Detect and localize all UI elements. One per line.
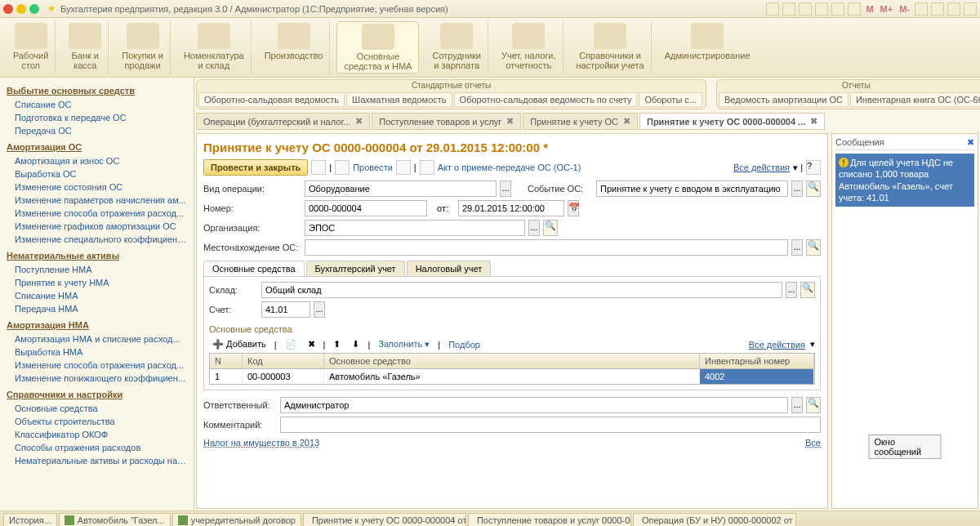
min-icon[interactable] [931,2,944,16]
cell-name[interactable]: Автомобиль «Газель» [324,369,700,384]
date-picker-icon[interactable]: 📅 [568,200,579,216]
all-link[interactable]: Все [805,438,821,448]
location-search[interactable]: 🔍 [806,239,821,256]
comment-input[interactable] [280,417,821,433]
date-input[interactable] [458,200,564,216]
section-1[interactable]: Банк икасса [62,21,109,74]
sidebar-group[interactable]: Амортизация ОС [7,142,187,152]
warehouse-ddl[interactable]: ... [786,282,797,298]
doc-tab[interactable]: Принятие к учету ОС✖ [523,113,638,130]
tb-icon-1[interactable] [766,2,779,16]
post-link[interactable]: Провести [353,163,393,172]
sidebar-item[interactable]: Подготовка к передаче ОС [3,111,190,124]
m-btn[interactable]: M [864,4,875,14]
tb-icon-4[interactable] [815,2,828,16]
move-down-icon[interactable]: ⬇ [349,337,363,351]
grid-all-actions[interactable]: Все действия [749,340,805,350]
report-item[interactable]: Шахматная ведомость [346,92,452,107]
doc-tab[interactable]: Принятие к учету ОС 0000-000004 ...✖ [639,113,825,130]
org-ddl[interactable]: ... [528,220,540,236]
print-icon[interactable] [420,160,434,175]
favorite-icon[interactable]: ★ [47,3,56,14]
tab-close-icon[interactable]: ✖ [623,116,630,127]
sidebar-group[interactable]: Выбытие основных средств [7,86,187,96]
move-up-icon[interactable]: ⬆ [330,337,344,351]
section-3[interactable]: Номенклатураи склад [177,21,252,74]
op-type-ddl[interactable]: ... [500,181,511,197]
sidebar-item[interactable]: Объекты строительства [3,415,190,428]
tb-icon-3[interactable] [799,2,812,16]
tb-icon-6[interactable] [848,2,861,16]
number-input[interactable] [305,200,427,216]
taskbar-item[interactable]: учередительный договор [172,513,301,526]
sidebar-item[interactable]: Основные средства [3,402,190,415]
doc-tab[interactable]: Поступление товаров и услуг✖ [372,113,521,130]
warehouse-input[interactable] [261,282,782,298]
sidebar-item[interactable]: Изменение способа отражения расход... [3,359,190,372]
sidebar-item[interactable]: Выработка НМА [3,345,190,359]
sidebar-item[interactable]: Амортизация и износ ОС [3,154,190,167]
sidebar-item[interactable]: Передача ОС [3,124,190,137]
sidebar-item[interactable]: Изменение понижающего коэффициен... [3,372,190,385]
window-max-dot[interactable] [29,4,39,14]
sub-tab[interactable]: Бухгалтерский учет [306,261,405,276]
taskbar-item[interactable]: История... [3,513,57,526]
sidebar-item[interactable]: Изменение специального коэффициент... [3,233,190,246]
report-item[interactable]: Ведомость амортизации ОС [719,92,849,107]
doc-tab[interactable]: Операции (бухгалтерский и налог...✖ [196,113,370,130]
fill-button[interactable]: Заполнить ▾ [375,337,433,351]
tb-icon-2[interactable] [782,2,795,16]
sidebar-item[interactable]: Изменение состояния ОС [3,181,190,194]
save-icon[interactable] [311,160,326,175]
sidebar-item[interactable]: Передача НМА [3,302,190,315]
sidebar-item[interactable]: Изменение параметров начисления ам... [3,194,190,207]
taskbar-item[interactable]: Операция (БУ и НУ) 0000-000002 от 28.01.… [633,513,796,526]
sidebar-group[interactable]: Справочники и настройки [7,390,187,399]
col-code[interactable]: Код [243,354,324,368]
copy-row-icon[interactable]: 📄 [282,337,300,351]
report-item[interactable]: Оборотно-сальдовая ведомость по счету [454,92,638,107]
sidebar-item[interactable]: Нематериальные активы и расходы на ... [3,454,190,467]
add-row-button[interactable]: ➕ Добавить [209,337,270,351]
cell-n[interactable]: 1 [210,369,243,384]
section-8[interactable]: Справочники инастройки учета [570,21,652,74]
help-form-icon[interactable]: ? [806,160,821,175]
section-5[interactable]: Основныесредства и НМА [336,21,419,74]
section-9[interactable]: Администрирование [658,21,757,74]
message-item[interactable]: !Для целей учета НДС не списано 1,000 то… [835,154,974,207]
all-actions-link[interactable]: Все действия [733,163,790,172]
window-close-dot[interactable] [3,4,13,14]
section-2[interactable]: Покупки ипродажи [115,21,171,74]
taskbar-item[interactable]: Принятие к учету ОС 0000-000004 от 29.01… [303,513,466,526]
close-icon[interactable] [964,2,977,16]
messages-window-button[interactable]: Окно сообщений [869,435,942,459]
sidebar-item[interactable]: Классификатор ОКОФ [3,428,190,441]
report-item[interactable]: Оборотно-сальдовая ведомость [198,92,345,107]
post-icon[interactable] [335,160,350,175]
responsible-ddl[interactable]: ... [791,397,803,413]
sub-tab[interactable]: Основные средства [203,261,305,276]
sidebar-item[interactable]: Изменение способа отражения расход... [3,207,190,220]
cell-inv[interactable]: 4002 [700,369,814,384]
restore-icon[interactable] [947,2,960,16]
tab-close-icon[interactable]: ✖ [810,116,817,127]
event-search[interactable]: 🔍 [806,181,821,197]
event-ddl[interactable]: ... [791,181,803,197]
report-item[interactable]: Обороты с... [639,92,702,107]
tab-close-icon[interactable]: ✖ [506,116,514,127]
section-0[interactable]: Рабочийстол [7,21,56,74]
act-link[interactable]: Акт о приеме-передаче ОС (ОС-1) [438,163,581,172]
responsible-input[interactable] [280,397,788,413]
op-type-input[interactable] [305,181,497,197]
sidebar-item[interactable]: Поступление НМА [3,263,190,276]
org-input[interactable] [305,220,525,236]
dt-kt-icon[interactable] [396,160,411,175]
col-inv[interactable]: Инвентарный номер [700,354,814,368]
sidebar-item[interactable]: Способы отражения расходов [3,441,190,454]
cell-code[interactable]: 00-000003 [243,369,324,384]
account-input[interactable] [261,301,310,318]
m-plus-btn[interactable]: M+ [879,4,895,14]
window-min-dot[interactable] [16,4,26,14]
tb-icon-5[interactable] [831,2,844,16]
sidebar-item[interactable]: Выработка ОС [3,167,190,181]
